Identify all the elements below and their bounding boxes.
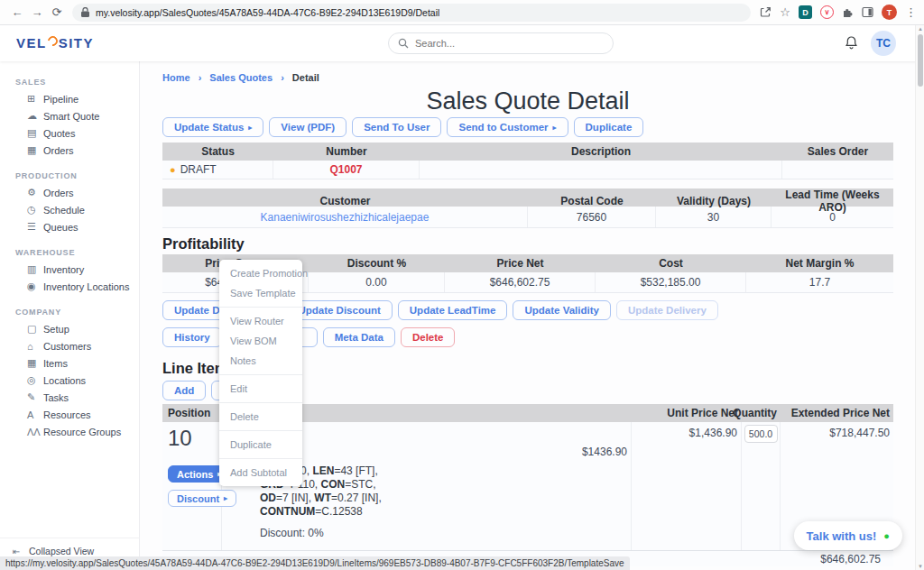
breadcrumb-sales-quotes[interactable]: Sales Quotes [209,72,273,83]
item-price-value: $1436.90 [260,446,627,458]
orders-icon: ▦ [27,144,43,156]
sidebar-item-production-orders[interactable]: ⚙Orders [0,184,139,201]
page-title: Sales Quote Detail [162,87,893,115]
quote-number[interactable]: Q1007 [273,161,420,179]
share-icon[interactable] [760,6,772,18]
menu-item-save-template[interactable]: Save Template [219,283,302,303]
production-orders-icon: ⚙ [27,187,43,198]
sidebar-item-resources[interactable]: AResources [0,406,139,423]
duplicate-button[interactable]: Duplicate [574,117,644,137]
notifications-bell-icon[interactable] [845,35,858,50]
scroll-up-icon[interactable]: ▲ [916,26,924,32]
scrollbar-thumb[interactable] [918,34,923,87]
pocket-extension-icon[interactable]: ∨ [820,5,834,19]
menu-item-add-subtotal[interactable]: Add Subtotal [219,463,302,483]
meta-data-button[interactable]: Meta Data [323,327,395,347]
sales-order-cell [782,161,893,179]
customer-link[interactable]: Kanaeniwirosushezhizhicalejaepae [261,211,430,224]
chat-widget-button[interactable]: Talk with us! ● [794,521,902,550]
status-badge: DRAFT [180,163,217,176]
sidebar-item-label: Orders [43,188,74,198]
update-leadtime-button[interactable]: Update LeadTime [398,300,508,320]
customer-table-row: Kanaeniwirosushezhizhicalejaepae 76560 3… [162,207,893,228]
collapse-sidebar-button[interactable]: ⇤ Collapsed View [0,538,140,556]
sidebar-item-label: Resource Groups [43,427,121,437]
add-line-item-button[interactable]: Add [162,381,206,400]
line-item-context-menu: Create Promotion Save Template View Rout… [219,260,302,486]
price-net-value: $646,602.75 [445,272,596,292]
tasks-icon: ✎ [27,391,43,403]
quantity-input[interactable] [744,425,778,443]
button-label: Update Discount [298,305,380,316]
user-avatar[interactable]: TC [871,31,896,56]
send-to-user-button[interactable]: Send To User [352,117,441,137]
sidebar-item-queues[interactable]: ☰Queues [0,218,139,235]
sidebar-item-label: Items [43,358,68,369]
status-draft-dot-icon: ● [170,164,176,175]
col-header-net-margin: Net Margin % [746,254,893,272]
menu-item-duplicate[interactable]: Duplicate [219,435,302,455]
update-discount-button[interactable]: Update Discount [286,300,392,320]
send-to-customer-button[interactable]: Send to Customer▸ [447,117,568,137]
menu-item-create-promotion[interactable]: Create Promotion [219,263,302,283]
page-scrollbar[interactable]: ▲ ▼ [915,25,924,570]
address-bar[interactable]: my.velosity.app/SalesQuotes/45A78A59-44D… [72,4,751,22]
sidebar-item-inventory[interactable]: ▥Inventory [0,261,139,278]
sidebar-item-quotes[interactable]: ▤Quotes [0,124,139,142]
delete-button[interactable]: Delete [401,327,456,347]
browser-forward-icon[interactable]: → [27,5,47,19]
menu-item-edit[interactable]: Edit [219,379,302,399]
sidebar-item-sales-orders[interactable]: ▦Orders [0,142,139,159]
browser-menu-icon[interactable]: ⋮ [905,5,917,19]
collapse-label: Collapsed View [29,546,94,556]
menu-group: View Router View BOM Notes [219,307,302,374]
browser-back-icon[interactable]: ← [7,5,27,19]
status-bar-url: https://my.velosity.app/SalesQuotes/45A7… [5,558,624,568]
resource-groups-icon: ΛΛ [27,427,43,437]
sidebar-item-schedule[interactable]: ◷Schedule [0,201,139,218]
collapse-icon: ⇤ [13,547,29,556]
sidebar-item-resource-groups[interactable]: ΛΛResource Groups [0,423,139,440]
view-pdf-button[interactable]: View (PDF) [269,117,346,137]
browser-profile-avatar[interactable]: T [882,5,897,20]
sidebar-item-inventory-locations[interactable]: ◉Inventory Locations [0,278,139,295]
side-panel-icon[interactable] [862,6,873,18]
sidebar-item-customers[interactable]: ⌂Customers [0,337,139,354]
sidebar-item-items[interactable]: ▦Items [0,354,139,372]
logo-text-prefix: VEL [16,35,47,51]
menu-item-notes[interactable]: Notes [219,351,302,371]
breadcrumb-home[interactable]: Home [162,72,190,83]
quote-table-row: ●DRAFT Q1007 [162,161,893,179]
update-status-button[interactable]: Update Status▸ [162,117,263,137]
sidebar-item-smart-quote[interactable]: ☁Smart Quote [0,107,139,124]
sidebar-item-tasks[interactable]: ✎Tasks [0,389,139,406]
sidebar-item-setup[interactable]: ▢Setup [0,320,139,337]
history-button[interactable]: History [162,327,222,347]
update-validity-button[interactable]: Update Validity [513,300,610,320]
sidebar-item-label: Tasks [43,392,69,403]
sidebar: SALES ⊞Pipeline ☁Smart Quote ▤Quotes ▦Or… [0,61,140,570]
sidebar-item-pipeline[interactable]: ⊞Pipeline [0,90,139,107]
menu-group: Duplicate [219,430,302,458]
breadcrumb: Home › Sales Quotes › Detail [162,72,893,83]
extension-d-icon[interactable]: D [799,5,812,19]
button-label: Update Status [174,122,244,133]
search-icon [398,38,409,49]
menu-item-view-router[interactable]: View Router [219,311,302,331]
cost-value: $532,185.00 [596,272,746,292]
chat-online-dot-icon: ● [883,530,890,541]
browser-reload-icon[interactable]: ⟳ [47,5,67,19]
caret-icon: ▸ [553,124,557,132]
menu-item-delete[interactable]: Delete [219,407,302,427]
scroll-down-icon[interactable]: ▼ [916,564,924,569]
status-cell: ●DRAFT [162,161,273,179]
sidebar-item-label: Quotes [43,128,75,139]
bookmark-star-icon[interactable]: ☆ [780,5,790,19]
global-search[interactable] [388,32,614,54]
menu-item-view-bom[interactable]: View BOM [219,331,302,351]
col-header-discount-pct: Discount % [309,254,445,272]
velosity-logo[interactable]: VELSITY [16,35,94,51]
sidebar-item-locations[interactable]: ◎Locations [0,372,139,389]
search-input[interactable] [415,38,596,49]
extensions-puzzle-icon[interactable] [842,6,854,18]
